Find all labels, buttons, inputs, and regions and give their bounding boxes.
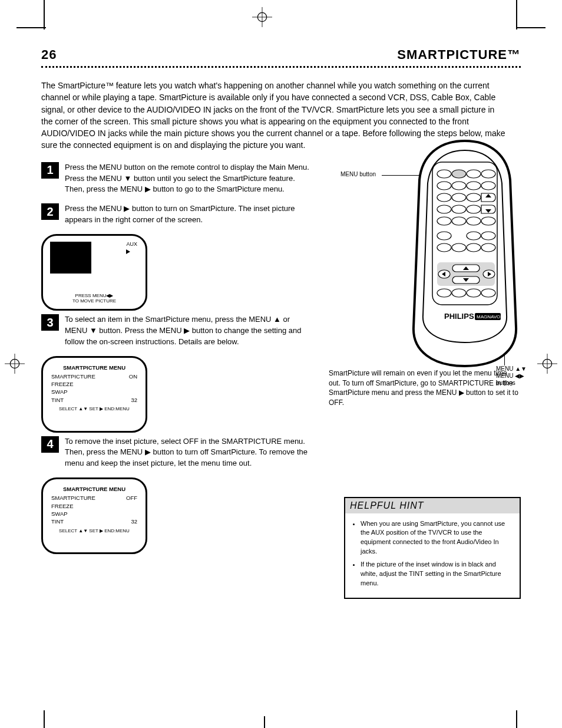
step-number: 3 [41,314,59,331]
page-number: 26 [41,47,57,62]
tv-figure-smartpicture-inset: AUX PRESS MENU◀▶ TO MOVE PICTURE [41,234,147,311]
step-number: 4 [41,436,59,453]
helpful-hint-box: HELPFUL HINT When you are using SmartPic… [344,497,521,599]
registration-mark [5,354,25,374]
callout-menu-button: MENU button [340,171,376,178]
step-4: 4 To remove the inset picture, select OF… [41,436,312,470]
tv-figure-menu-on: SMARTPICTURE MENU SMARTPICTUREON FREEZE … [41,356,147,433]
play-icon [126,249,130,254]
divider [41,66,521,68]
step-text: Press the MENU ▶ button to turn on Smart… [65,203,312,226]
mid-note: SmartPicture will remain on even if you … [329,368,521,408]
registration-mark [252,7,272,27]
svg-text:PHILIPS: PHILIPS [444,312,474,321]
step-text: To remove the inset picture, select OFF … [65,436,312,470]
remote-control-illustration: PHILIPS MAGNAVOX [403,139,527,368]
step-number: 1 [41,162,59,179]
step-text: To select an item in the SmartPicture me… [65,314,312,348]
step-2: 2 Press the MENU ▶ button to turn on Sma… [41,203,312,226]
svg-text:MAGNAVOX: MAGNAVOX [477,314,504,319]
tip-heading: HELPFUL HINT [345,498,520,513]
step-text: Press the MENU button on the remote cont… [65,162,312,196]
tip-item: If the picture of the inset window is in… [361,560,513,588]
page-title: SMARTPICTURE™ [397,47,521,62]
tip-item: When you are using SmartPicture, you can… [361,519,513,557]
tv-figure-menu-off: SMARTPICTURE MENU SMARTPICTUREOFF FREEZE… [41,477,147,554]
registration-mark [537,354,557,374]
step-number: 2 [41,203,59,220]
callout-arrow-buttons: MENU ▲▼ MENU ◀▶ buttons [496,365,527,387]
step-1: 1 Press the MENU button on the remote co… [41,162,312,196]
step-3: 3 To select an item in the SmartPicture … [41,314,312,348]
